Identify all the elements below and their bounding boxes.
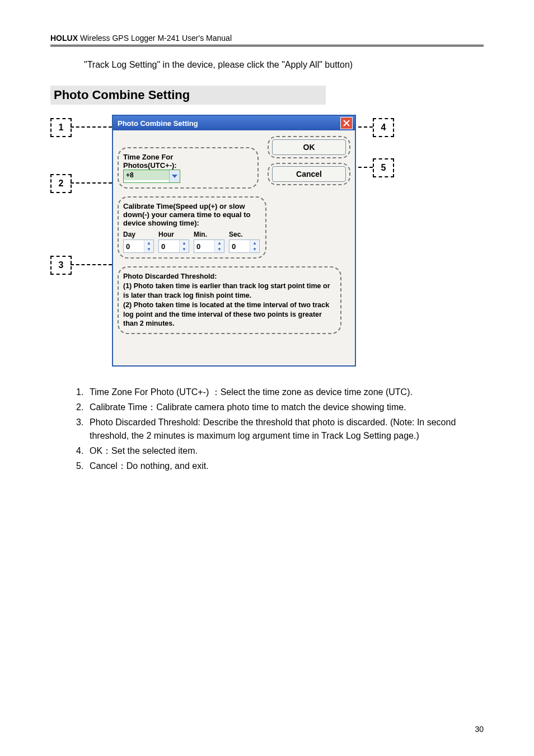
- section-title: Photo Combine Setting: [50, 86, 326, 105]
- label-day: Day: [123, 231, 135, 238]
- timezone-select[interactable]: +8: [123, 170, 180, 183]
- close-icon: [343, 120, 350, 126]
- intro-text: "Track Log Setting" in the device, pleas…: [84, 60, 484, 70]
- list-item: 3.Photo Discarded Threshold: Describe th…: [76, 416, 484, 442]
- threshold-title: Photo Discarded Threshold:: [123, 272, 336, 281]
- list-item: 2.Calibrate Time：Calibrate camera photo …: [76, 401, 484, 414]
- cancel-button[interactable]: Cancel: [272, 166, 346, 182]
- arrow-down-icon[interactable]: ▼: [144, 246, 153, 252]
- list-item: 1.Time Zone For Photo (UTC+-) ：Select th…: [76, 386, 484, 398]
- arrow-up-icon[interactable]: ▲: [144, 240, 153, 246]
- photo-combine-dialog: Photo Combine Setting OK Cancel Time Zon…: [112, 115, 356, 367]
- connector: [71, 264, 112, 265]
- ok-button[interactable]: OK: [272, 139, 346, 155]
- spinner-min-value: 0: [194, 240, 214, 252]
- close-button[interactable]: [340, 117, 353, 129]
- label-hour: Hour: [158, 231, 174, 238]
- spinner-hour-value: 0: [159, 240, 179, 252]
- dialog-titlebar: Photo Combine Setting: [113, 116, 355, 130]
- threshold-line-1: (1) Photo taken time is earlier than tra…: [123, 281, 336, 300]
- spinner-sec[interactable]: 0 ▲▼: [229, 240, 260, 253]
- calibrate-group: Calibrate Time(Speed up(+) or slow down(…: [118, 196, 266, 259]
- callout-5: 5: [373, 158, 394, 177]
- spinner-day-value: 0: [124, 240, 144, 252]
- list-item: 4.OK：Set the selected item.: [76, 444, 484, 457]
- diagram: 1 2 3 4 5 Photo Combine Setting OK: [50, 111, 397, 374]
- callout-4: 4: [373, 118, 394, 137]
- threshold-group: Photo Discarded Threshold: (1) Photo tak…: [118, 266, 341, 334]
- connector: [71, 126, 112, 128]
- timezone-group: Time Zone For Photos(UTC+-): +8: [118, 147, 259, 189]
- explanation-list: 1.Time Zone For Photo (UTC+-) ：Select th…: [76, 386, 484, 472]
- list-item: 5.Cancel：Do nothing, and exit.: [76, 459, 484, 472]
- arrow-up-icon[interactable]: ▲: [250, 240, 259, 246]
- callout-1: 1: [50, 118, 72, 137]
- chevron-down-icon: [169, 170, 180, 182]
- header-rule: [50, 45, 484, 46]
- label-min: Min.: [194, 231, 207, 238]
- spinner-sec-value: 0: [229, 240, 250, 252]
- header-brand: HOLUX: [50, 34, 78, 43]
- spinner-min[interactable]: 0 ▲▼: [194, 240, 224, 253]
- callout-2: 2: [50, 174, 72, 193]
- arrow-down-icon[interactable]: ▼: [180, 246, 189, 252]
- cancel-highlight: Cancel: [268, 163, 350, 185]
- spinner-hour[interactable]: 0 ▲▼: [158, 240, 189, 253]
- callout-3: 3: [50, 256, 72, 275]
- header-rest: Wireless GPS Logger M-241 User's Manual: [78, 34, 232, 43]
- arrow-up-icon[interactable]: ▲: [215, 240, 224, 246]
- page-header: HOLUX Wireless GPS Logger M-241 User's M…: [50, 34, 484, 43]
- ok-highlight: OK: [268, 136, 350, 158]
- timezone-label: Time Zone For Photos(UTC+-):: [123, 153, 196, 170]
- calibrate-title: Calibrate Time(Speed up(+) or slow down(…: [123, 202, 261, 227]
- page-number: 30: [475, 725, 484, 734]
- label-sec: Sec.: [229, 231, 243, 238]
- dialog-title: Photo Combine Setting: [118, 119, 340, 128]
- connector: [71, 182, 112, 184]
- spinner-day[interactable]: 0 ▲▼: [123, 240, 154, 253]
- arrow-down-icon[interactable]: ▼: [250, 246, 259, 252]
- arrow-up-icon[interactable]: ▲: [180, 240, 189, 246]
- arrow-down-icon[interactable]: ▼: [215, 246, 224, 252]
- threshold-line-2: (2) Photo taken time is located at the t…: [123, 300, 336, 329]
